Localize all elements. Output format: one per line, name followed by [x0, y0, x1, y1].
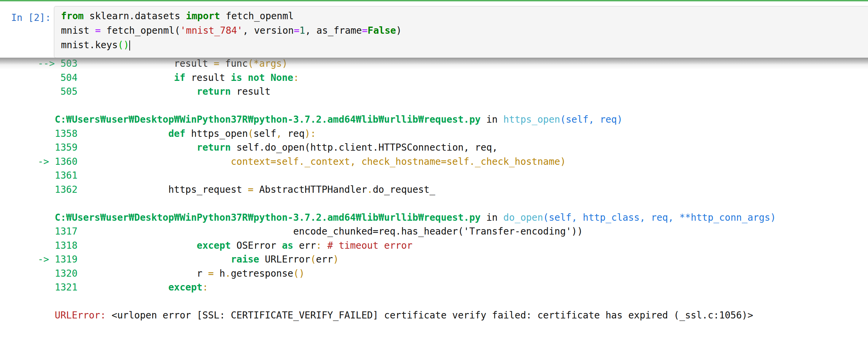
traceback-token: # timeout error	[328, 240, 413, 251]
code-token: , as_frame	[305, 25, 362, 36]
traceback-token: 504	[38, 72, 78, 83]
traceback-token: =	[208, 268, 214, 279]
traceback-token: 1321	[38, 282, 78, 293]
traceback-token	[38, 114, 55, 125]
code-token: False	[368, 25, 396, 36]
traceback-token: 505	[38, 86, 78, 97]
code-token: import	[186, 10, 220, 22]
traceback-token	[78, 142, 197, 153]
code-token: , version	[243, 25, 294, 36]
traceback-token: except	[197, 240, 231, 251]
traceback-token: is	[231, 72, 242, 83]
cell-top-border	[0, 0, 868, 1]
traceback-token: result	[185, 72, 231, 83]
code-token	[129, 40, 130, 51]
traceback-token: except	[168, 282, 203, 293]
traceback-token: URLError	[259, 254, 310, 265]
traceback-token: -> 1319	[38, 254, 78, 265]
code-token: mnist	[61, 25, 95, 36]
code-token: =	[294, 25, 300, 36]
traceback-token: https_open	[503, 114, 560, 125]
traceback-token: https_request	[78, 184, 248, 195]
traceback-token	[38, 310, 55, 321]
traceback-token	[78, 156, 231, 167]
traceback-token	[78, 72, 174, 83]
traceback-token: do_request_	[373, 184, 435, 195]
traceback-token: context=self._context, check_hostname=se…	[231, 156, 566, 167]
traceback-token: r	[78, 268, 208, 279]
traceback-token: .	[225, 268, 231, 279]
traceback-token: <urlopen error [SSL: CERTIFICATE_VERIFY_…	[106, 310, 753, 321]
traceback-token: result	[231, 86, 271, 97]
traceback-token	[322, 240, 328, 251]
traceback-token: in	[480, 212, 503, 223]
traceback-token: as	[282, 240, 293, 251]
code-token: 'mnist_784'	[180, 25, 243, 36]
traceback-token: C:₩Users₩user₩Desktop₩WinPython37R₩pytho…	[55, 212, 480, 223]
traceback-token: 1358	[38, 128, 78, 139]
code-token: )	[396, 25, 402, 36]
traceback-token	[78, 86, 197, 97]
code-token: from	[61, 10, 84, 22]
input-prompt: In [2]:	[11, 10, 51, 25]
traceback-token: return	[197, 142, 231, 153]
traceback-token: err	[316, 254, 333, 265]
traceback-token: (*args)	[248, 58, 288, 69]
code-token: fetch_openml(	[101, 25, 180, 36]
traceback-token: OSError	[231, 240, 282, 251]
traceback-token: URLError:	[55, 310, 106, 321]
traceback-token: .	[367, 184, 373, 195]
input-cell: In [2]: from sklearn.datasets import fet…	[0, 1, 868, 58]
traceback-token: =	[214, 58, 220, 69]
code-token: =	[362, 25, 368, 36]
traceback-token: https_open	[185, 128, 248, 139]
traceback-token: :	[203, 282, 208, 293]
traceback-token: None	[271, 72, 293, 83]
traceback-token: (	[248, 128, 254, 139]
traceback-token	[78, 282, 168, 293]
traceback-token: getresponse	[231, 268, 293, 279]
traceback-token: ,	[276, 128, 282, 139]
traceback-token: (self, req)	[560, 114, 622, 125]
code-editor-text[interactable]: from sklearn.datasets import fetch_openm…	[54, 6, 868, 52]
traceback-token: encode_chunked=req.has_header('Transfer-…	[78, 226, 583, 237]
traceback-token: self	[254, 128, 276, 139]
code-token: mnist.keys	[61, 39, 118, 51]
traceback-token: 1318	[38, 240, 78, 251]
traceback-token: 1317	[38, 226, 78, 237]
traceback-token: result	[78, 58, 214, 69]
traceback-token: 1362	[38, 184, 78, 195]
traceback-token: 1320	[38, 268, 78, 279]
notebook-page: --> 503 result = func(*args) 504 if resu…	[0, 0, 868, 339]
traceback-token: (	[310, 254, 316, 265]
traceback-token: in	[480, 114, 503, 125]
code-token: =	[95, 25, 101, 36]
traceback-token: --> 503	[38, 58, 78, 69]
traceback-token: (self, http_class, req, **http_conn_args…	[543, 212, 776, 223]
traceback-token: do_open	[503, 212, 543, 223]
code-token: ()	[118, 39, 129, 51]
traceback-token: err	[293, 240, 316, 251]
traceback-token	[78, 128, 168, 139]
traceback-token	[78, 240, 197, 251]
code-token: fetch_openml	[220, 10, 294, 22]
traceback-token: :	[293, 72, 299, 83]
traceback-token	[242, 72, 248, 83]
traceback-token: )	[333, 254, 339, 265]
code-editor[interactable]: from sklearn.datasets import fetch_openm…	[54, 6, 868, 58]
traceback-token: func	[219, 58, 248, 69]
traceback-token: self.do_open(http.client.HTTPSConnection…	[231, 142, 497, 153]
traceback-token: raise	[231, 254, 259, 265]
traceback-token: ()	[293, 268, 305, 279]
traceback-token: ):	[305, 128, 316, 139]
traceback-token: AbstractHTTPHandler	[254, 184, 367, 195]
traceback-token: 1361	[38, 170, 78, 181]
traceback-token	[265, 72, 271, 83]
traceback-token: return	[197, 86, 231, 97]
traceback-token: req	[282, 128, 305, 139]
traceback-token: -> 1360	[38, 156, 78, 167]
traceback-token	[78, 254, 231, 265]
code-token: 1	[300, 25, 305, 36]
code-token: sklearn.datasets	[84, 10, 186, 22]
traceback-token: if	[174, 72, 186, 83]
